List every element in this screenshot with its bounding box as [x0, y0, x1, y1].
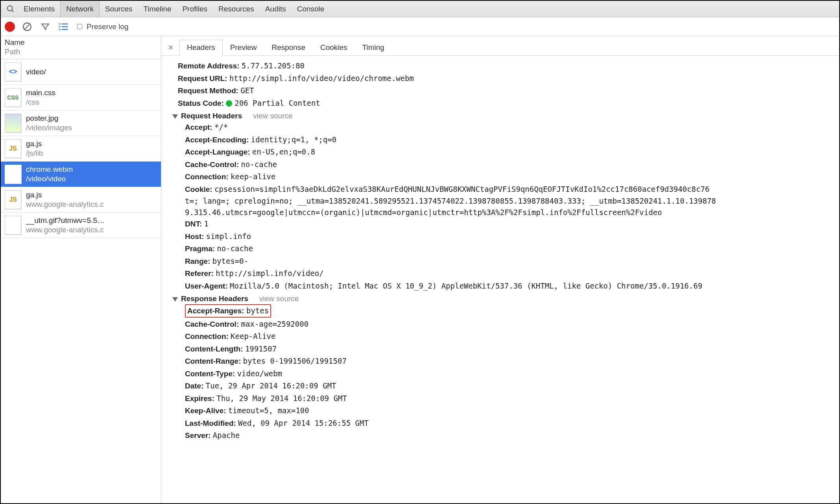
request-row[interactable]: ga.jswww.google-analytics.c	[1, 187, 161, 213]
response-headers-section[interactable]: Response Headers view source	[169, 292, 839, 304]
top-tab-audits[interactable]: Audits	[260, 1, 292, 17]
toggle-small-rows-icon[interactable]	[57, 21, 69, 33]
request-row[interactable]: __utm.gif?utmwv=5.5…www.google-analytics…	[1, 213, 161, 238]
col-name-label: Name	[5, 38, 157, 47]
request-headers-section[interactable]: Request Headers view source	[169, 109, 839, 121]
hdr-v: video/webm	[237, 369, 282, 378]
detail-tab-timing[interactable]: Timing	[355, 40, 392, 56]
chevron-down-icon	[172, 114, 178, 119]
request-method-value: GET	[240, 86, 254, 95]
hdr-v: Tue, 29 Apr 2014 16:20:09 GMT	[206, 381, 336, 390]
detail-tab-preview[interactable]: Preview	[223, 40, 264, 56]
request-name: video/	[26, 67, 46, 77]
svg-point-0	[7, 6, 13, 11]
hdr-k: DNT:	[185, 220, 202, 228]
hdr-v: 1991507	[245, 344, 277, 353]
filter-icon[interactable]	[39, 21, 51, 33]
hdr-k: Range:	[185, 257, 210, 265]
request-name: main.css	[26, 88, 55, 97]
hdr-accept-ranges-v: bytes	[246, 306, 269, 315]
hdr-k: Accept-Language:	[185, 148, 250, 156]
request-row[interactable]: video/	[1, 59, 161, 85]
top-tab-console[interactable]: Console	[292, 1, 330, 17]
hdr-cookie-v1: cpsession=simplinf%3aeDkLdG2elvxaS38KAur…	[214, 185, 709, 193]
top-tab-resources[interactable]: Resources	[213, 1, 260, 17]
request-row[interactable]: ga.js/js/lib	[1, 136, 161, 162]
request-row[interactable]: main.css/css	[1, 85, 161, 110]
record-button[interactable]	[5, 22, 15, 32]
view-source-link[interactable]: view source	[253, 112, 292, 120]
hdr-k: User-Agent:	[185, 282, 228, 290]
request-name: __utm.gif?utmwv=5.5…	[26, 216, 105, 225]
hdr-k: Connection:	[185, 332, 229, 340]
request-row[interactable]: chrome.webm/video/video	[1, 162, 161, 187]
request-url-label: Request URL:	[178, 74, 227, 83]
hdr-k: Cache-Control:	[185, 160, 239, 169]
hdr-v: identity;q=1, *;q=0	[251, 135, 336, 144]
request-path: /video/images	[26, 123, 72, 132]
remote-address-value: 5.77.51.205:80	[242, 61, 305, 70]
request-name: chrome.webm	[26, 165, 73, 174]
detail-tab-headers[interactable]: Headers	[179, 40, 223, 56]
hdr-v: 1	[204, 219, 209, 228]
request-name: ga.js	[26, 190, 103, 200]
svg-line-3	[25, 24, 30, 29]
search-icon[interactable]	[3, 2, 18, 17]
hdr-k: Expires:	[185, 394, 214, 403]
detail-tab-cookies[interactable]: Cookies	[313, 40, 355, 56]
hdr-k: Accept:	[185, 123, 212, 131]
close-icon[interactable]: ×	[164, 40, 178, 55]
hdr-v: http://simpl.info/video/	[216, 269, 324, 278]
hdr-k: Referer:	[185, 269, 214, 278]
hdr-v: Mozilla/5.0 (Macintosh; Intel Mac OS X 1…	[230, 281, 702, 290]
request-path: www.google-analytics.c	[26, 200, 103, 209]
hdr-v: no-cache	[217, 244, 253, 253]
hdr-k: Last-Modified:	[185, 419, 236, 427]
preserve-log-checkbox[interactable]	[77, 24, 82, 29]
detail-tab-response[interactable]: Response	[264, 40, 313, 56]
hdr-cookie-k: Cookie:	[185, 185, 212, 193]
request-path: www.google-analytics.c	[26, 225, 105, 235]
top-tab-network[interactable]: Network	[60, 1, 100, 17]
hdr-k: Server:	[185, 431, 211, 440]
top-tab-profiles[interactable]: Profiles	[177, 1, 213, 17]
hdr-v: bytes=0-	[212, 257, 249, 265]
view-source-link[interactable]: view source	[259, 294, 299, 303]
clear-icon[interactable]	[21, 21, 33, 33]
request-method-label: Request Method:	[178, 86, 238, 95]
request-list-header: Name Path	[1, 36, 161, 59]
request-row[interactable]: poster.jpg/video/images	[1, 110, 161, 136]
hdr-v: simpl.info	[206, 232, 251, 241]
hdr-k: Host:	[185, 232, 204, 241]
file-type-icon	[5, 114, 21, 132]
request-url-value: http://simpl.info/video/video/chrome.web…	[229, 74, 414, 83]
hdr-k: Content-Range:	[185, 357, 241, 365]
file-type-icon	[5, 88, 21, 107]
top-tab-sources[interactable]: Sources	[100, 1, 138, 17]
status-code-label: Status Code:	[178, 99, 224, 107]
network-main: Name Path video/main.css/cssposter.jpg/v…	[1, 36, 839, 503]
preserve-log-toggle[interactable]: Preserve log	[76, 22, 129, 31]
hdr-k: Date:	[185, 382, 204, 390]
details-tabstrip: × HeadersPreviewResponseCookiesTiming	[161, 36, 839, 56]
hdr-k: Accept-Encoding:	[185, 136, 249, 144]
status-code-value: 206 Partial Content	[234, 99, 320, 107]
hdr-v: timeout=5, max=100	[228, 406, 309, 415]
chevron-down-icon	[172, 297, 178, 302]
request-path: /js/lib	[26, 149, 43, 158]
response-headers-title: Response Headers	[181, 294, 248, 303]
hdr-v: Keep-Alive	[231, 332, 275, 340]
remote-address-label: Remote Address:	[178, 62, 240, 70]
hdr-v: */*	[214, 123, 228, 131]
request-path: /css	[26, 97, 55, 107]
hdr-k: Cache-Control:	[185, 320, 239, 328]
hdr-k: Content-Type:	[185, 370, 235, 378]
top-tab-timeline[interactable]: Timeline	[138, 1, 177, 17]
file-type-icon	[5, 139, 21, 158]
file-type-icon	[5, 63, 21, 81]
devtools-top-tabs: ElementsNetworkSourcesTimelineProfilesRe…	[1, 1, 839, 17]
hdr-k: Keep-Alive:	[185, 407, 226, 415]
top-tab-elements[interactable]: Elements	[18, 1, 60, 17]
hdr-cookie-v2: t=; lang=; cprelogin=no; __utma=13852024…	[169, 195, 839, 207]
request-headers-title: Request Headers	[181, 112, 242, 120]
